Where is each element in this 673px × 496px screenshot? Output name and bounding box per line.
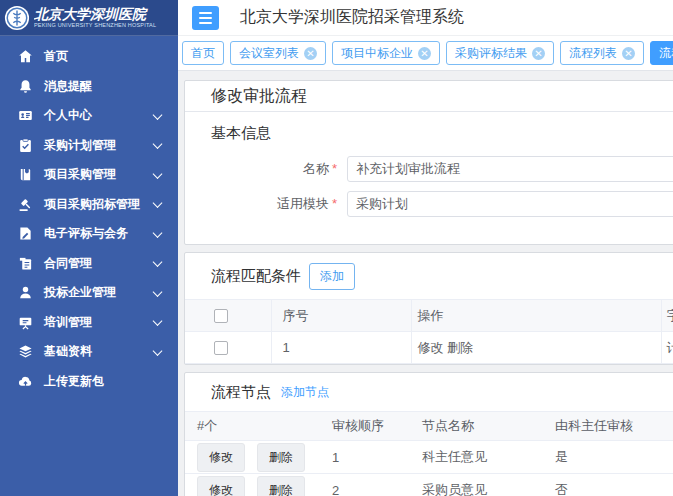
- contract-icon: [18, 256, 33, 271]
- tab-home[interactable]: 首页: [182, 41, 224, 65]
- sidebar-item-project-procurement-mgmt[interactable]: 项目采购管理: [0, 160, 178, 190]
- clipped-cell: 计: [661, 332, 673, 364]
- required-asterisk: *: [332, 161, 337, 176]
- sidebar-item-e-evaluation-meetings[interactable]: 电子评标与会务: [0, 219, 178, 249]
- edit-button[interactable]: 修改: [197, 476, 245, 496]
- table-header-row: #个 审核顺序 节点名称 由科主任审核: [185, 412, 673, 441]
- book-icon: [18, 167, 33, 182]
- sidebar-item-messages[interactable]: 消息提醒: [0, 72, 178, 102]
- tab-bar: 首页 会议室列表 ✕ 项目中标企业 ✕ 采购评标结果 ✕ 流程列表 ✕ 流程 ✕: [178, 36, 673, 71]
- sidebar-item-training-mgmt[interactable]: 培训管理: [0, 308, 178, 338]
- close-icon[interactable]: ✕: [304, 47, 317, 60]
- home-icon: [18, 49, 33, 64]
- id-card-icon: [18, 108, 33, 123]
- sidebar-item-basic-data[interactable]: 基础资料: [0, 337, 178, 367]
- dept-review-cell: 是: [541, 441, 673, 474]
- gavel-icon: [18, 197, 33, 212]
- operation-column-header: 操作: [411, 300, 661, 332]
- hospital-logo-icon: [4, 5, 30, 31]
- delete-button[interactable]: 删除: [257, 443, 305, 472]
- tab-meeting-room-list[interactable]: 会议室列表 ✕: [230, 41, 326, 65]
- sidebar-item-procurement-plan-mgmt[interactable]: 采购计划管理: [0, 131, 178, 161]
- table-row: 1 修改 删除 计: [185, 332, 673, 364]
- node-name-cell: 采购员意见: [411, 474, 541, 496]
- chevron-down-icon: [153, 316, 163, 326]
- sidebar-item-home[interactable]: 首页: [0, 42, 178, 72]
- layers-icon: [18, 344, 33, 359]
- sidebar-item-personal-center[interactable]: 个人中心: [0, 101, 178, 131]
- chevron-down-icon: [153, 346, 163, 356]
- close-icon[interactable]: ✕: [418, 47, 431, 60]
- hospital-name-en: PEKING UNIVERSITY SHENZHEN HOSPITAL: [34, 22, 156, 28]
- sidebar-menu: 首页 消息提醒 个人中心 采购计划管理 项目采购管理 项目采购招标管理: [0, 36, 178, 396]
- match-conditions-card: 流程匹配条件 添加 序号 操作 字 1 修改 删除 计: [184, 252, 673, 365]
- chevron-down-icon: [153, 287, 163, 297]
- review-order-cell: 1: [321, 441, 411, 474]
- sidebar-item-project-bidding-mgmt[interactable]: 项目采购招标管理: [0, 190, 178, 220]
- table-row: 修改 删除 2 采购员意见 否: [185, 474, 673, 496]
- sidebar-item-bidder-company-mgmt[interactable]: 投标企业管理: [0, 278, 178, 308]
- sidebar-item-contract-mgmt[interactable]: 合同管理: [0, 249, 178, 279]
- index-column-header: #个: [185, 412, 321, 441]
- hospital-name-cn: 北京大学深圳医院: [34, 7, 167, 22]
- review-order-cell: 2: [321, 474, 411, 496]
- chevron-down-icon: [153, 198, 163, 208]
- sidebar: 北京大学深圳医院 PEKING UNIVERSITY SHENZHEN HOSP…: [0, 0, 178, 496]
- document-pen-icon: [18, 226, 33, 241]
- name-input[interactable]: [347, 156, 673, 182]
- clipboard-check-icon: [18, 138, 33, 153]
- required-asterisk: *: [332, 196, 337, 211]
- bell-icon: [18, 79, 33, 94]
- basic-info-heading: 基本信息: [211, 124, 673, 143]
- conditions-heading: 流程匹配条件: [211, 267, 301, 286]
- chevron-down-icon: [153, 228, 163, 238]
- table-row: 修改 删除 1 科主任意见 是: [185, 441, 673, 474]
- app-title: 北京大学深圳医院招采管理系统: [240, 7, 464, 28]
- operation-cell[interactable]: 修改 删除: [411, 332, 661, 364]
- presentation-icon: [18, 315, 33, 330]
- select-all-checkbox[interactable]: [214, 309, 228, 323]
- close-icon[interactable]: ✕: [532, 47, 545, 60]
- module-field-row: 适用模块*: [211, 191, 673, 217]
- edit-button[interactable]: 修改: [197, 443, 245, 472]
- chevron-down-icon: [153, 257, 163, 267]
- module-input[interactable]: [347, 191, 673, 217]
- tab-process[interactable]: 流程 ✕: [650, 41, 673, 65]
- clipped-column-header: 字: [661, 300, 673, 332]
- review-order-column-header: 审核顺序: [321, 412, 411, 441]
- tab-project-winning-companies[interactable]: 项目中标企业 ✕: [332, 41, 440, 65]
- chevron-down-icon: [153, 139, 163, 149]
- node-name-column-header: 节点名称: [411, 412, 541, 441]
- add-node-link[interactable]: 添加节点: [281, 384, 329, 401]
- node-name-cell: 科主任意见: [411, 441, 541, 474]
- select-checkbox[interactable]: [214, 341, 228, 355]
- tab-process-list[interactable]: 流程列表 ✕: [560, 41, 644, 65]
- table-header-row: 序号 操作 字: [185, 300, 673, 332]
- name-field-row: 名称*: [211, 156, 673, 182]
- tab-procurement-evaluation-results[interactable]: 采购评标结果 ✕: [446, 41, 554, 65]
- seq-column-header: 序号: [271, 300, 411, 332]
- chevron-down-icon: [153, 169, 163, 179]
- cloud-upload-icon: [18, 374, 33, 389]
- module-label: 适用模块: [277, 196, 329, 211]
- edit-process-card: 修改审批流程 基本信息 名称* 适用模块*: [184, 80, 673, 245]
- hospital-logo: 北京大学深圳医院 PEKING UNIVERSITY SHENZHEN HOSP…: [0, 0, 178, 36]
- nodes-heading: 流程节点: [211, 383, 271, 402]
- close-icon[interactable]: ✕: [622, 47, 635, 60]
- sidebar-item-upload-update-package[interactable]: 上传更新包: [0, 367, 178, 397]
- person-icon: [18, 285, 33, 300]
- top-bar: 北京大学深圳医院招采管理系统: [178, 0, 673, 36]
- page-title: 修改审批流程: [185, 81, 673, 112]
- delete-button[interactable]: 删除: [257, 476, 305, 496]
- seq-cell: 1: [271, 332, 411, 364]
- main-content: 修改审批流程 基本信息 名称* 适用模块* 流程匹配条件 添加: [178, 71, 673, 496]
- nodes-table: #个 审核顺序 节点名称 由科主任审核 修改 删除 1 科主任意见 是: [185, 411, 673, 496]
- dept-review-cell: 否: [541, 474, 673, 496]
- name-label: 名称: [303, 161, 329, 176]
- menu-toggle-button[interactable]: [192, 6, 219, 30]
- dept-review-column-header: 由科主任审核: [541, 412, 673, 441]
- chevron-down-icon: [153, 110, 163, 120]
- conditions-table: 序号 操作 字 1 修改 删除 计: [185, 299, 673, 364]
- process-nodes-card: 流程节点 添加节点 #个 审核顺序 节点名称 由科主任审核 修改 删除: [184, 372, 673, 496]
- add-condition-button[interactable]: 添加: [309, 263, 355, 290]
